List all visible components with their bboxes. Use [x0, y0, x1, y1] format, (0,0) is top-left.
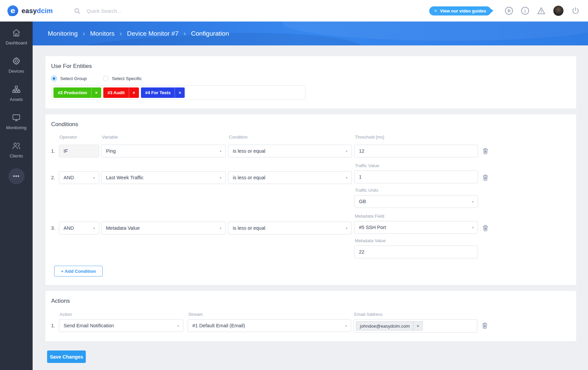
- operator-header: Operator: [59, 135, 101, 140]
- conditions-card: Conditions Operator Variable Condition T…: [45, 114, 576, 285]
- operator-field-if: IF: [59, 145, 99, 157]
- chevron-down-icon: ▾: [472, 200, 474, 204]
- delete-condition-button[interactable]: [481, 171, 490, 184]
- sidebar-item-monitoring[interactable]: Monitoring: [0, 108, 33, 135]
- main-content: Use For Entities Select Group Select Spe…: [33, 45, 588, 370]
- actions-title: Actions: [51, 297, 571, 304]
- users-icon: [12, 141, 21, 150]
- condition-row-1: 1. IF Ping▾ is less or equal▾ 12: [51, 145, 571, 157]
- quick-search: [74, 7, 194, 14]
- delete-condition-button[interactable]: [481, 145, 490, 157]
- variable-select[interactable]: Ping▾: [101, 145, 226, 157]
- traffic-units-label: Traffic Units: [354, 188, 478, 193]
- condition-select[interactable]: is less or equal▾: [228, 145, 352, 157]
- brand-logo[interactable]: e easydcim: [7, 5, 53, 16]
- metadata-value-label: Metadata Value: [354, 238, 478, 243]
- video-guides-pill[interactable]: × View our video guides: [429, 6, 491, 15]
- metadata-field-select[interactable]: #5 SSH Port▾: [354, 221, 478, 234]
- search-input[interactable]: [87, 8, 194, 14]
- radio-label: Select Specific: [112, 76, 142, 81]
- traffic-units-select[interactable]: GB▾: [354, 195, 478, 208]
- user-avatar[interactable]: [553, 5, 564, 16]
- sidebar-item-dashboard[interactable]: Dashboard: [0, 23, 33, 50]
- traffic-value-input[interactable]: 1: [354, 171, 478, 183]
- email-chip-label: johndoe@easydcim.com: [360, 324, 410, 329]
- threshold-input[interactable]: 12: [354, 145, 478, 157]
- delete-action-button[interactable]: [480, 319, 489, 332]
- video-play-icon[interactable]: [505, 6, 513, 15]
- entities-title: Use For Entities: [51, 62, 571, 70]
- operator-select[interactable]: AND▾: [59, 171, 99, 184]
- stream-header: Stream: [188, 312, 354, 317]
- traffic-value-group: Traffic Value 1: [354, 163, 478, 183]
- logout-power-icon[interactable]: [571, 6, 580, 15]
- page-header-band: Monitoring › Monitors › Device Monitor #…: [33, 22, 588, 45]
- condition-select[interactable]: is less or equal▾: [228, 171, 352, 184]
- add-condition-button[interactable]: + Add Condition: [54, 266, 103, 276]
- sidebar-more-button[interactable]: •••: [8, 168, 25, 184]
- breadcrumb-monitoring[interactable]: Monitoring: [48, 30, 78, 37]
- email-chip: johndoe@easydcim.com ×: [356, 321, 423, 331]
- traffic-value-label: Traffic Value: [354, 163, 478, 168]
- condition-header: Condition: [228, 135, 354, 140]
- stream-select[interactable]: #1 Default Email (Email)▾: [188, 319, 351, 332]
- warning-icon[interactable]: [537, 6, 546, 15]
- tag-label: #4 For Tests: [145, 90, 171, 95]
- breadcrumb-monitors[interactable]: Monitors: [90, 30, 115, 37]
- chevron-down-icon: ▾: [346, 149, 347, 153]
- variable-select[interactable]: Metadata Value▾: [101, 222, 226, 234]
- conditions-column-headers: Operator Variable Condition Threshold [m…: [51, 135, 571, 140]
- sidebar-label: Clients: [10, 153, 23, 158]
- chevron-down-icon: ▾: [93, 226, 95, 230]
- action-select[interactable]: Send Email Notification▾: [59, 319, 183, 332]
- row-extra-fields: Metadata Field #5 SSH Port▾ Metadata Val…: [354, 214, 478, 258]
- trash-icon: [482, 148, 488, 154]
- sidebar-label: Assets: [10, 97, 23, 102]
- tag-production: #2 Production ×: [53, 87, 101, 98]
- sidebar-label: Devices: [8, 69, 24, 74]
- radio-select-specific[interactable]: Select Specific: [103, 76, 142, 81]
- monitor-icon: [12, 113, 21, 122]
- condition-select[interactable]: is less or equal▾: [228, 222, 352, 234]
- tag-remove-icon[interactable]: ×: [175, 87, 185, 98]
- pill-close-icon[interactable]: ×: [434, 8, 437, 13]
- chevron-down-icon: ▾: [346, 176, 347, 180]
- radio-unselected-icon[interactable]: [103, 76, 109, 81]
- threshold-label: Threshold [ms]: [354, 135, 478, 140]
- info-icon[interactable]: [521, 6, 529, 15]
- use-for-entities-card: Use For Entities Select Group Select Spe…: [45, 56, 576, 109]
- breadcrumb-device-monitor[interactable]: Device Monitor #7: [127, 30, 179, 37]
- radio-selected-icon[interactable]: [51, 76, 57, 81]
- action-row-1: 1. Send Email Notification▾ #1 Default E…: [51, 319, 571, 333]
- sidebar-label: Monitoring: [6, 125, 27, 130]
- tag-for-tests: #4 For Tests ×: [141, 87, 185, 98]
- row-number: 1.: [51, 319, 59, 332]
- search-icon: [74, 7, 81, 14]
- email-address-header: Email Address: [354, 312, 477, 317]
- operator-select[interactable]: AND▾: [59, 222, 99, 234]
- row-number: 3.: [51, 222, 59, 234]
- save-changes-button[interactable]: Save Changes: [47, 350, 86, 363]
- traffic-units-group: Traffic Units GB▾: [354, 188, 478, 208]
- variable-select[interactable]: Last Week Traffic▾: [101, 171, 226, 184]
- sidebar-item-devices[interactable]: Devices: [0, 51, 33, 78]
- row-extra-fields: Traffic Value 1 Traffic Units GB▾: [354, 163, 478, 208]
- conditions-title: Conditions: [51, 120, 571, 128]
- metadata-value-input[interactable]: 22: [354, 246, 478, 258]
- breadcrumb-separator: ›: [83, 29, 85, 38]
- metadata-field-label: Metadata Field: [354, 214, 478, 219]
- email-chip-remove-icon[interactable]: ×: [413, 322, 422, 330]
- email-address-multiselect[interactable]: johndoe@easydcim.com ×: [354, 319, 477, 333]
- delete-condition-button[interactable]: [481, 222, 490, 234]
- chevron-down-icon: ▾: [177, 324, 179, 328]
- tag-remove-icon[interactable]: ×: [91, 87, 101, 98]
- radio-select-group[interactable]: Select Group: [51, 76, 87, 81]
- tag-remove-icon[interactable]: ×: [129, 87, 139, 98]
- entity-groups-multiselect[interactable]: #2 Production × #3 Audit × #4 For Tests …: [51, 85, 305, 100]
- sidebar-item-clients[interactable]: Clients: [0, 136, 33, 163]
- breadcrumb-separator: ›: [184, 29, 186, 38]
- trash-icon: [482, 174, 488, 181]
- chevron-down-icon: ▾: [220, 176, 221, 180]
- sidebar: Dashboard Devices Assets Monitoring Clie…: [0, 22, 33, 370]
- sidebar-item-assets[interactable]: Assets: [0, 80, 33, 106]
